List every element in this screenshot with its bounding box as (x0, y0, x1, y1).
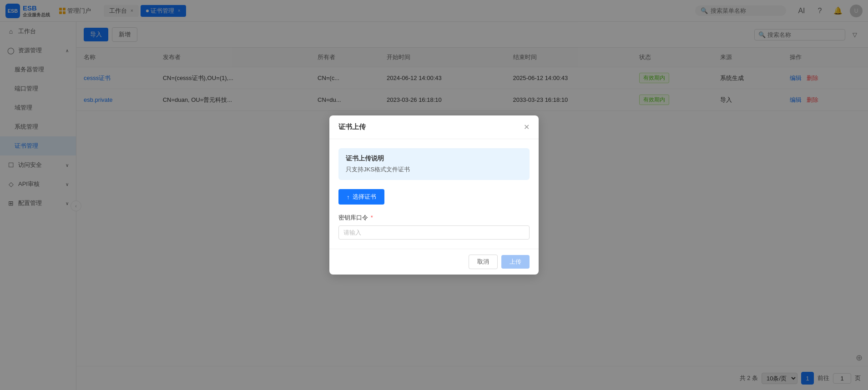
password-form-group: 密钥库口令 * (338, 214, 530, 240)
info-box: 证书上传说明 只支持JKS格式文件证书 (338, 148, 530, 180)
cancel-button[interactable]: 取消 (469, 255, 498, 269)
password-input[interactable] (338, 225, 530, 240)
required-mark: * (371, 214, 373, 221)
upload-btn-area: ↑ 选择证书 (338, 189, 530, 205)
upload-confirm-button[interactable]: 上传 (501, 255, 530, 269)
password-label: 密钥库口令 * (338, 214, 530, 222)
select-cert-label: 选择证书 (353, 193, 376, 201)
info-box-title: 证书上传说明 (346, 155, 522, 163)
upload-icon: ↑ (347, 194, 350, 200)
modal-footer: 取消 上传 (329, 249, 539, 275)
modal-title: 证书上传 (338, 123, 366, 131)
modal-header: 证书上传 ✕ (329, 115, 539, 139)
select-cert-button[interactable]: ↑ 选择证书 (338, 189, 384, 205)
cert-upload-modal: 证书上传 ✕ 证书上传说明 只支持JKS格式文件证书 ↑ 选择证书 密钥库口令 … (329, 115, 539, 275)
modal-body: 证书上传说明 只支持JKS格式文件证书 ↑ 选择证书 密钥库口令 * (329, 139, 539, 249)
modal-close-button[interactable]: ✕ (524, 123, 530, 131)
modal-overlay[interactable]: 证书上传 ✕ 证书上传说明 只支持JKS格式文件证书 ↑ 选择证书 密钥库口令 … (0, 0, 868, 390)
info-box-text: 只支持JKS格式文件证书 (346, 165, 522, 174)
